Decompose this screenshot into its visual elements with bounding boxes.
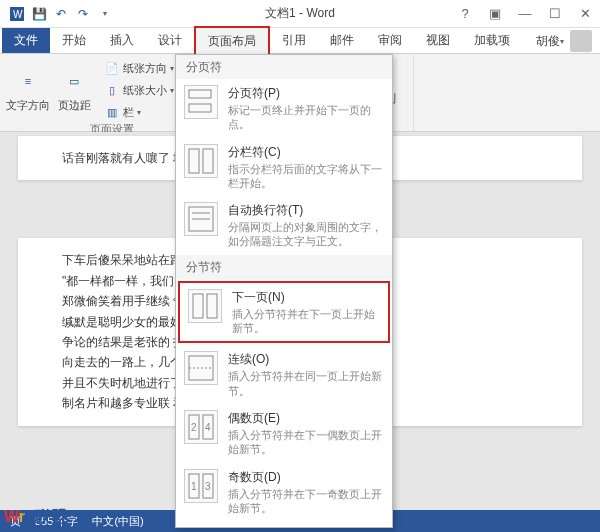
break-column-item[interactable]: 分栏符(C)指示分栏符后面的文字将从下一栏开始。 <box>176 138 392 197</box>
size-icon: ▯ <box>104 82 120 98</box>
window-title: 文档1 - Word <box>265 5 335 22</box>
minimize-icon[interactable]: — <box>510 3 540 25</box>
continuous-icon <box>184 351 218 385</box>
ribbon-options-icon[interactable]: ▣ <box>480 3 510 25</box>
close-icon[interactable]: ✕ <box>570 3 600 25</box>
dropdown-section-section-breaks: 分节符 <box>176 255 392 279</box>
item-title: 分页符(P) <box>228 85 384 102</box>
svg-rect-2 <box>189 90 211 98</box>
item-desc: 分隔网页上的对象周围的文字，如分隔题注文字与正文。 <box>228 220 384 249</box>
svg-text:3: 3 <box>205 481 211 492</box>
window-controls: ? ▣ — ☐ ✕ <box>450 3 600 25</box>
orientation-button[interactable]: 📄纸张方向▾ <box>100 58 178 78</box>
break-text-wrap-item[interactable]: 自动换行符(T)分隔网页上的对象周围的文字，如分隔题注文字与正文。 <box>176 196 392 255</box>
item-title: 下一页(N) <box>232 289 380 306</box>
margins-label: 页边距 <box>58 98 91 113</box>
columns-icon: ▥ <box>104 104 120 120</box>
text-direction-label: 文字方向 <box>6 98 50 113</box>
save-icon[interactable]: 💾 <box>30 5 48 23</box>
break-even-page-item[interactable]: 24 偶数页(E)插入分节符并在下一偶数页上开始新节。 <box>176 404 392 463</box>
item-title: 自动换行符(T) <box>228 202 384 219</box>
tab-review[interactable]: 审阅 <box>366 27 414 53</box>
tab-design[interactable]: 设计 <box>146 27 194 53</box>
breaks-dropdown: 分页符 分页符(P)标记一页终止并开始下一页的点。 分栏符(C)指示分栏符后面的… <box>175 54 393 528</box>
user-name: 胡俊 <box>536 33 560 50</box>
margins-icon: ▭ <box>60 67 88 95</box>
svg-text:4: 4 <box>205 422 211 433</box>
help-icon[interactable]: ? <box>450 3 480 25</box>
status-language[interactable]: 中文(中国) <box>92 514 143 529</box>
svg-rect-4 <box>189 149 199 173</box>
word-icon[interactable]: W <box>8 5 26 23</box>
next-page-icon <box>188 289 222 323</box>
ribbon-tabs: 文件 开始 插入 设计 页面布局 引用 邮件 审阅 视图 加载项 胡俊 ▾ <box>0 28 600 54</box>
tab-view[interactable]: 视图 <box>414 27 462 53</box>
text-direction-icon: ≡ <box>14 67 42 95</box>
avatar <box>570 30 592 52</box>
text-wrap-icon <box>184 202 218 236</box>
item-title: 偶数页(E) <box>228 410 384 427</box>
tab-layout[interactable]: 页面布局 <box>194 26 270 54</box>
break-continuous-item[interactable]: 连续(O)插入分节符并在同一页上开始新节。 <box>176 345 392 404</box>
svg-rect-5 <box>203 149 213 173</box>
redo-icon[interactable]: ↷ <box>74 5 92 23</box>
item-desc: 指示分栏符后面的文字将从下一栏开始。 <box>228 162 384 191</box>
undo-icon[interactable]: ↶ <box>52 5 70 23</box>
break-odd-page-item[interactable]: 13 奇数页(D)插入分节符并在下一奇数页上开始新节。 <box>176 463 392 522</box>
columns-button[interactable]: ▥栏▾ <box>100 102 178 122</box>
tab-home[interactable]: 开始 <box>50 27 98 53</box>
user-caret-icon: ▾ <box>560 37 564 46</box>
margins-button[interactable]: ▭ 页边距 <box>54 65 94 115</box>
watermark: Wrd联盟 <box>4 507 67 528</box>
item-desc: 插入分节符并在下一页上开始新节。 <box>232 307 380 336</box>
item-desc: 插入分节符并在下一偶数页上开始新节。 <box>228 428 384 457</box>
item-title: 连续(O) <box>228 351 384 368</box>
maximize-icon[interactable]: ☐ <box>540 3 570 25</box>
tab-addins[interactable]: 加载项 <box>462 27 522 53</box>
svg-text:2: 2 <box>191 422 197 433</box>
svg-rect-9 <box>193 294 203 318</box>
svg-text:1: 1 <box>191 481 197 492</box>
orientation-icon: 📄 <box>104 60 120 76</box>
svg-rect-3 <box>189 104 211 112</box>
item-desc: 插入分节符并在同一页上开始新节。 <box>228 369 384 398</box>
column-break-icon <box>184 144 218 178</box>
user-account[interactable]: 胡俊 ▾ <box>536 30 592 52</box>
dropdown-section-page-breaks: 分页符 <box>176 55 392 79</box>
page-break-icon <box>184 85 218 119</box>
item-title: 分栏符(C) <box>228 144 384 161</box>
tab-mailings[interactable]: 邮件 <box>318 27 366 53</box>
even-page-icon: 24 <box>184 410 218 444</box>
title-bar: W 💾 ↶ ↷ ▾ 文档1 - Word ? ▣ — ☐ ✕ <box>0 0 600 28</box>
item-title: 奇数页(D) <box>228 469 384 486</box>
break-page-item[interactable]: 分页符(P)标记一页终止并开始下一页的点。 <box>176 79 392 138</box>
size-button[interactable]: ▯纸张大小▾ <box>100 80 178 100</box>
svg-rect-10 <box>207 294 217 318</box>
svg-text:W: W <box>13 9 23 20</box>
odd-page-icon: 13 <box>184 469 218 503</box>
qat-more-icon[interactable]: ▾ <box>96 5 114 23</box>
tab-insert[interactable]: 插入 <box>98 27 146 53</box>
break-next-page-item[interactable]: 下一页(N)插入分节符并在下一页上开始新节。 <box>178 281 390 344</box>
tab-references[interactable]: 引用 <box>270 27 318 53</box>
item-desc: 插入分节符并在下一奇数页上开始新节。 <box>228 487 384 516</box>
item-desc: 标记一页终止并开始下一页的点。 <box>228 103 384 132</box>
quick-access-toolbar: W 💾 ↶ ↷ ▾ <box>0 5 114 23</box>
tab-file[interactable]: 文件 <box>2 27 50 53</box>
text-direction-button[interactable]: ≡ 文字方向 <box>8 65 48 115</box>
